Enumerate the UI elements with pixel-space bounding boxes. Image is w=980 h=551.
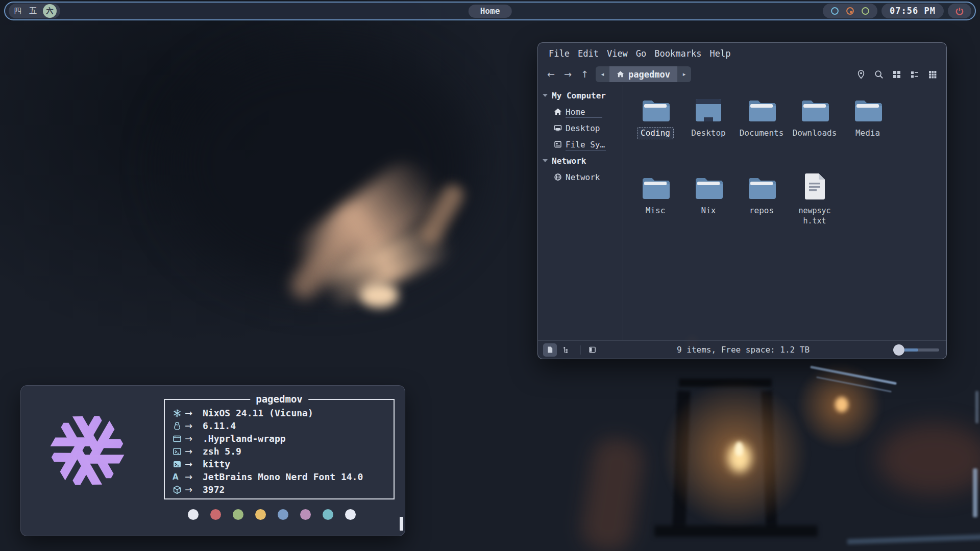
- menu-go[interactable]: Go: [632, 48, 650, 59]
- menu-view[interactable]: View: [603, 48, 632, 59]
- palette-dot: [255, 509, 266, 520]
- fetch-row-packages: → 3972: [173, 483, 394, 496]
- sidebar-item-network[interactable]: Network: [538, 169, 623, 185]
- arrow-icon: →: [185, 471, 203, 482]
- top-bar: 四 五 六 Home 07:56 PM: [4, 2, 976, 20]
- palette-dot: [233, 509, 243, 520]
- palette-dot: [210, 509, 221, 520]
- folder-icon: [747, 98, 776, 122]
- up-button[interactable]: ↑: [576, 67, 593, 82]
- terminal-cursor: [400, 517, 403, 531]
- sidebar-item-desktop[interactable]: Desktop: [538, 120, 623, 136]
- globe-icon: [554, 173, 562, 181]
- clock: 07:56 PM: [881, 4, 944, 18]
- top-bar-right: 07:56 PM: [823, 4, 971, 18]
- home-icon: [617, 70, 624, 78]
- search-button[interactable]: [874, 69, 884, 80]
- filesystem-icon: [554, 140, 562, 148]
- file-item-misc[interactable]: Misc: [629, 168, 682, 246]
- folder-icon: [641, 176, 670, 200]
- workspace-6-active[interactable]: 六: [43, 4, 57, 18]
- fetch-row-font: A → JetBrains Mono Nerd Font 14.0: [173, 470, 394, 483]
- palette-dot: [323, 509, 333, 520]
- blue-circle-indicator-icon[interactable]: [830, 7, 839, 15]
- file-item-coding[interactable]: Coding: [629, 91, 682, 168]
- sidebar-item-filesystem[interactable]: File Sy…: [538, 136, 623, 153]
- fetch-row-terminal: → kitty: [173, 458, 394, 470]
- arrow-icon: →: [185, 446, 203, 457]
- orange-pie-indicator-icon[interactable]: [846, 7, 854, 15]
- toolbar-right: [856, 69, 942, 80]
- pin-icon: [856, 69, 866, 80]
- power-icon: [955, 7, 964, 16]
- show-tree-button[interactable]: [559, 343, 573, 357]
- file-item-newpsych-txt[interactable]: newpsych.txt: [788, 168, 841, 246]
- show-places-button[interactable]: [543, 343, 557, 357]
- collapse-triangle-icon: [543, 159, 548, 162]
- folder-icon: [853, 98, 882, 122]
- terminal-window[interactable]: pagedmov → NixOS 24.11 (Vicuna) → 6.11.4…: [20, 385, 405, 536]
- system-tray: [823, 4, 877, 18]
- back-button[interactable]: ←: [543, 67, 559, 82]
- file-item-documents[interactable]: Documents: [735, 91, 788, 168]
- location-pin-button[interactable]: [856, 69, 866, 80]
- file-item-nix[interactable]: Nix: [682, 168, 735, 246]
- file-item-desktop[interactable]: Desktop: [682, 91, 735, 168]
- nixos-icon: [173, 409, 182, 418]
- menu-help[interactable]: Help: [705, 48, 734, 59]
- file-item-media[interactable]: Media: [841, 91, 894, 168]
- fetch-row-wm: → .Hyprland-wrapp: [173, 432, 394, 445]
- menu-edit[interactable]: Edit: [574, 48, 603, 59]
- font-icon: A: [173, 472, 185, 482]
- desktop-icon: [554, 124, 562, 132]
- path-segment-home[interactable]: pagedmov: [609, 66, 677, 82]
- shell-icon: [173, 447, 182, 456]
- arrow-icon: →: [185, 408, 203, 418]
- icon-view-button[interactable]: [892, 69, 902, 80]
- places-sidebar: My Computer Home Desktop File Sy… Networ…: [538, 85, 623, 340]
- toggle-panel-button[interactable]: [585, 343, 599, 357]
- status-bar: 9 items, Free space: 1.2 TB: [538, 340, 946, 359]
- nixos-logo: [28, 399, 146, 502]
- path-scroll-left-icon[interactable]: ◂: [596, 66, 609, 82]
- palette-dot: [278, 509, 288, 520]
- file-item-repos[interactable]: repos: [735, 168, 788, 246]
- workspace-5[interactable]: 五: [29, 6, 37, 16]
- sidebar-section-network[interactable]: Network: [538, 153, 623, 169]
- menu-file[interactable]: File: [545, 48, 574, 59]
- grid-view-icon: [892, 69, 902, 80]
- fetch-row-os: → NixOS 24.11 (Vicuna): [173, 407, 394, 419]
- dense-grid-icon: [927, 69, 938, 80]
- zoom-slider[interactable]: [899, 348, 939, 352]
- active-window-title: Home: [469, 5, 512, 18]
- workspace-4[interactable]: 四: [14, 6, 21, 16]
- collapse-triangle-icon: [543, 94, 548, 97]
- arrow-icon: →: [185, 459, 203, 469]
- separator: [580, 345, 581, 355]
- compact-view-button[interactable]: [910, 69, 920, 80]
- green-circle-indicator-icon[interactable]: [861, 7, 870, 15]
- sidebar-item-home[interactable]: Home: [538, 104, 623, 120]
- arrow-icon: →: [185, 420, 203, 431]
- arrow-icon: →: [185, 484, 203, 495]
- terminal-color-palette: [188, 509, 356, 520]
- path-scroll-right-icon[interactable]: ▸: [677, 66, 691, 82]
- forward-button[interactable]: →: [559, 67, 576, 82]
- power-button[interactable]: [948, 4, 971, 18]
- desktop: 四 五 六 Home 07:56 PM File Edit View Go Bo…: [0, 0, 980, 551]
- file-item-downloads[interactable]: Downloads: [788, 91, 841, 168]
- fetch-row-kernel: → 6.11.4: [173, 419, 394, 432]
- document-icon: [546, 346, 554, 354]
- wm-icon: [173, 434, 182, 443]
- folder-icon: [800, 98, 829, 122]
- thumbnail-view-button[interactable]: [927, 69, 938, 80]
- terminal-icon: [173, 460, 182, 469]
- sidebar-section-my-computer[interactable]: My Computer: [538, 87, 623, 104]
- zoom-slider-handle[interactable]: [893, 344, 904, 356]
- kernel-icon: [173, 421, 182, 431]
- text-file-icon: [803, 172, 826, 200]
- menu-bookmarks[interactable]: Bookmarks: [650, 48, 705, 59]
- folder-icon: [747, 176, 776, 200]
- desktop-folder-icon: [694, 98, 723, 122]
- file-icon-view: Coding Desktop Documents Downloads Media: [623, 85, 946, 340]
